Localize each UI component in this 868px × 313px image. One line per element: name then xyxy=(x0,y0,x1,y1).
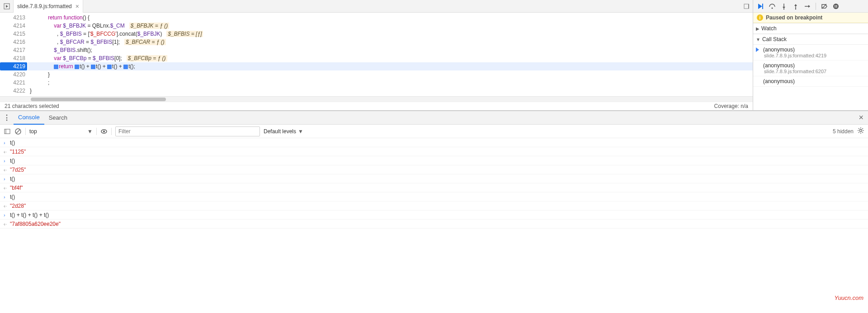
output-arrow-icon: ‹· xyxy=(4,167,10,173)
gear-icon[interactable] xyxy=(857,127,864,135)
console-log-row[interactable]: ‹·"2d28" xyxy=(0,201,868,210)
console-log-row[interactable]: ›t() xyxy=(0,138,868,147)
console-log-row[interactable]: ‹·"7af8805a620ee20e" xyxy=(0,220,868,229)
toggle-sidebar-icon[interactable] xyxy=(4,128,11,135)
svg-line-23 xyxy=(16,130,20,133)
debug-toolbar xyxy=(753,0,868,13)
output-arrow-icon: ‹· xyxy=(4,149,10,154)
paused-banner: i Paused on breakpoint xyxy=(753,13,868,23)
console-tab-bar: ⋮ Console Search × xyxy=(0,111,868,125)
hidden-messages-count[interactable]: 5 hidden xyxy=(833,128,854,135)
svg-rect-18 xyxy=(835,5,836,8)
step-out-button[interactable] xyxy=(790,1,801,11)
svg-point-9 xyxy=(783,8,784,9)
execution-line: return t() + t() + t() + t(); xyxy=(28,62,753,70)
input-arrow-icon: › xyxy=(4,176,10,182)
log-content: "bf4f" xyxy=(10,185,864,191)
step-button[interactable] xyxy=(802,1,813,11)
pause-button[interactable] xyxy=(830,1,841,11)
svg-line-34 xyxy=(859,132,859,133)
log-content: "2d28" xyxy=(10,203,864,209)
step-into-button[interactable] xyxy=(778,1,789,11)
input-arrow-icon: › xyxy=(4,158,10,164)
horizontal-scrollbar[interactable] xyxy=(0,96,753,102)
clear-console-icon[interactable] xyxy=(14,128,22,135)
search-tab[interactable]: Search xyxy=(44,111,72,125)
source-tab[interactable]: slide.7.8.9.js:formatted × xyxy=(14,0,83,13)
log-content: t() xyxy=(10,158,864,164)
inline-hint: $_BFBJK = ƒ () xyxy=(129,23,169,29)
source-tab-bar: slide.7.8.9.js:formatted × xyxy=(0,0,753,13)
console-toolbar: top ▼ Default levels ▼ 5 hidden xyxy=(0,125,868,138)
svg-point-26 xyxy=(860,130,862,132)
chevron-right-icon: ▶ xyxy=(756,26,760,31)
step-over-button[interactable] xyxy=(767,1,778,11)
console-log-row[interactable]: ‹·"7d25" xyxy=(0,165,868,174)
code-editor[interactable]: 4213 4214 4215 4216 4217 4218 4219 4220 … xyxy=(0,13,753,96)
console-output[interactable]: ›t()‹·"1125"›t()‹·"7d25"›t()‹·"bf4f"›t()… xyxy=(0,138,868,313)
deactivate-breakpoints-button[interactable] xyxy=(819,1,830,11)
resume-button[interactable] xyxy=(755,1,766,11)
console-log-row[interactable]: ›t() xyxy=(0,174,868,183)
output-arrow-icon: ‹· xyxy=(4,185,10,191)
context-selector[interactable]: top ▼ xyxy=(29,128,93,135)
inline-hint: $_BFBIS = [ƒ] xyxy=(166,31,203,37)
info-icon: i xyxy=(757,14,763,21)
snap-icon[interactable] xyxy=(740,0,753,13)
navigator-toggle-icon[interactable] xyxy=(0,0,14,13)
svg-point-6 xyxy=(772,7,773,9)
console-panel: ⋮ Console Search × top ▼ Default levels … xyxy=(0,111,868,313)
svg-point-12 xyxy=(795,8,796,9)
console-log-row[interactable]: ›t() + t() + t() + t() xyxy=(0,210,868,220)
log-content: "7af8805a620ee20e" xyxy=(10,221,864,227)
current-line-marker: 4219 xyxy=(0,62,27,70)
filter-input[interactable] xyxy=(115,126,260,136)
svg-marker-14 xyxy=(808,5,810,8)
svg-point-17 xyxy=(833,4,839,9)
svg-rect-5 xyxy=(762,4,763,9)
input-arrow-icon: › xyxy=(4,140,10,145)
input-arrow-icon: › xyxy=(4,212,10,218)
log-content: t() xyxy=(10,176,864,182)
log-content: t() + t() + t() + t() xyxy=(10,212,864,218)
log-levels-selector[interactable]: Default levels ▼ xyxy=(264,128,303,135)
svg-rect-19 xyxy=(836,5,837,8)
svg-marker-11 xyxy=(794,4,797,6)
close-drawer-icon[interactable]: × xyxy=(854,113,868,122)
inline-hint: $_BFCBp = ƒ () xyxy=(127,55,167,61)
watch-section-header[interactable]: ▶ Watch xyxy=(753,23,868,34)
output-arrow-icon: ‹· xyxy=(4,221,10,227)
svg-point-25 xyxy=(103,131,105,132)
kebab-menu-icon[interactable]: ⋮ xyxy=(0,113,14,122)
stack-frame[interactable]: (anonymous) slide.7.8.9.js:formatted:620… xyxy=(753,61,868,76)
svg-marker-1 xyxy=(6,5,8,8)
svg-rect-2 xyxy=(744,4,749,9)
close-icon[interactable]: × xyxy=(75,3,79,10)
log-content: "7d25" xyxy=(10,167,864,173)
chevron-down-icon: ▼ xyxy=(756,37,760,42)
code-content: return function() { var $_BFBJK = QBLnx.… xyxy=(28,13,753,96)
console-log-row[interactable]: ‹·"1125" xyxy=(0,147,868,156)
svg-marker-8 xyxy=(783,7,785,9)
call-stack-list: (anonymous) slide.7.8.9.js:formatted:421… xyxy=(753,45,868,110)
log-content: t() xyxy=(10,140,864,146)
input-arrow-icon: › xyxy=(4,194,10,200)
live-expression-icon[interactable] xyxy=(100,128,108,135)
callstack-section-header[interactable]: ▼ Call Stack xyxy=(753,34,868,45)
source-tab-title: slide.7.8.9.js:formatted xyxy=(17,3,72,9)
svg-line-32 xyxy=(862,132,863,133)
source-status-bar: 21 characters selected Coverage: n/a xyxy=(0,102,753,110)
svg-marker-4 xyxy=(758,4,762,9)
source-panel: slide.7.8.9.js:formatted × 4213 4214 421… xyxy=(0,0,753,110)
svg-line-33 xyxy=(862,128,863,129)
console-log-row[interactable]: ‹·"bf4f" xyxy=(0,183,868,192)
log-content: "1125" xyxy=(10,149,864,155)
coverage-status: Coverage: n/a xyxy=(714,103,748,109)
stack-frame[interactable]: (anonymous) xyxy=(753,76,868,87)
line-gutter: 4213 4214 4215 4216 4217 4218 4219 4220 … xyxy=(0,13,28,96)
console-tab[interactable]: Console xyxy=(14,111,44,125)
stack-frame[interactable]: (anonymous) slide.7.8.9.js:formatted:421… xyxy=(753,45,868,61)
console-log-row[interactable]: ›t() xyxy=(0,192,868,201)
debugger-panel: i Paused on breakpoint ▶ Watch ▼ Call St… xyxy=(753,0,868,110)
console-log-row[interactable]: ›t() xyxy=(0,156,868,165)
